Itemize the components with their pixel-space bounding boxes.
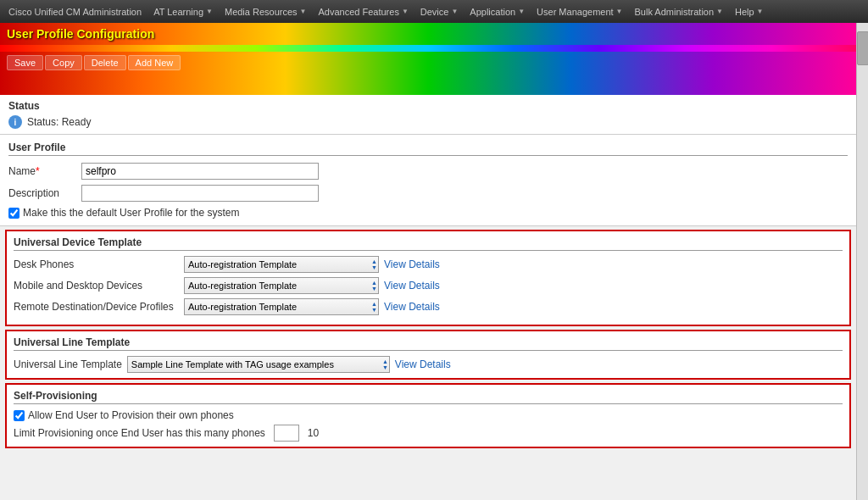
status-section: Status i Status: Ready (0, 95, 856, 135)
universal-line-template-section: Universal Line Template Universal Line T… (5, 330, 851, 380)
tab-addnew[interactable]: Add New (128, 55, 181, 70)
user-profile-section: User Profile Name* Description Make this… (0, 135, 856, 226)
line-template-label: Universal Line Template (14, 358, 122, 370)
udt-header: Universal Device Template (14, 236, 843, 251)
selfprov-header: Self-Provisioning (14, 390, 843, 404)
nav-label-help: Help (735, 7, 754, 17)
mobile-desktop-label: Mobile and Desktop Devices (14, 280, 179, 292)
nav-item-cisco[interactable]: Cisco Unified CM Administration (3, 4, 147, 19)
desk-phones-view-details[interactable]: View Details (384, 258, 440, 270)
nav-label-atlearning: AT Learning (153, 7, 203, 17)
status-row: i Status: Ready (8, 115, 848, 129)
color-bar (0, 45, 856, 52)
user-profile-header: User Profile (8, 142, 848, 156)
limit-input[interactable] (274, 425, 299, 442)
default-profile-checkbox[interactable] (8, 208, 19, 219)
chevron-down-icon: ▼ (757, 8, 764, 15)
mobile-desktop-select-wrapper: Auto-registration Template ▲ ▼ (184, 277, 379, 294)
header-tabs: Save Copy Delete Add New (0, 52, 856, 74)
limit-value: 10 (308, 427, 319, 439)
nav-item-usermgmt[interactable]: User Management ▼ (531, 4, 627, 19)
nav-label-usermgmt: User Management (537, 7, 614, 17)
chevron-down-icon: ▼ (716, 8, 723, 15)
tab-copy[interactable]: Copy (45, 55, 82, 70)
allow-provision-row: Allow End User to Provision their own ph… (14, 409, 843, 421)
ult-header: Universal Line Template (14, 336, 843, 351)
ult-content: Universal Line Template Universal Line T… (7, 331, 849, 378)
description-label: Description (8, 187, 76, 199)
header-area: User Profile Configuration Save Copy Del… (0, 23, 856, 95)
limit-label: Limit Provisioning once End User has thi… (14, 427, 265, 439)
selfprov-content: Self-Provisioning Allow End User to Prov… (7, 385, 849, 447)
nav-label-bulkadmin: Bulk Administration (635, 7, 715, 17)
allow-provision-checkbox[interactable] (14, 410, 25, 421)
scrollbar[interactable] (856, 23, 868, 500)
allow-provision-label: Allow End User to Provision their own ph… (28, 409, 234, 421)
nav-item-help[interactable]: Help ▼ (730, 4, 769, 19)
mobile-desktop-row: Mobile and Desktop Devices Auto-registra… (14, 277, 843, 294)
required-marker: * (36, 165, 40, 177)
tab-delete[interactable]: Delete (84, 55, 126, 70)
description-row: Description (8, 185, 848, 202)
remote-dest-select[interactable]: Auto-registration Template (184, 298, 379, 315)
nav-item-media[interactable]: Media Resources ▼ (220, 4, 312, 19)
udt-content: Universal Device Template Desk Phones Au… (7, 231, 849, 325)
nav-label-advanced: Advanced Features (318, 7, 398, 17)
nav-label-device: Device (420, 7, 449, 17)
chevron-down-icon: ▼ (518, 8, 525, 15)
chevron-down-icon: ▼ (451, 8, 458, 15)
desk-phones-row: Desk Phones Auto-registration Template ▲… (14, 256, 843, 273)
self-provisioning-section: Self-Provisioning Allow End User to Prov… (5, 383, 851, 448)
nav-item-device[interactable]: Device ▼ (415, 4, 464, 19)
status-section-title: Status (8, 100, 848, 112)
description-input[interactable] (81, 185, 319, 202)
universal-device-template-section: Universal Device Template Desk Phones Au… (5, 230, 851, 326)
default-profile-row: Make this the default User Profile for t… (8, 207, 848, 219)
page-title: User Profile Configuration (0, 23, 856, 45)
nav-item-bulkadmin[interactable]: Bulk Administration ▼ (630, 4, 728, 19)
nav-label-application: Application (470, 7, 515, 17)
line-template-select[interactable]: Sample Line Template with TAG usage exam… (127, 356, 390, 373)
mobile-desktop-select[interactable]: Auto-registration Template (184, 277, 379, 294)
desk-phones-select[interactable]: Auto-registration Template (184, 256, 379, 273)
mobile-desktop-view-details[interactable]: View Details (384, 280, 440, 292)
line-template-row: Universal Line Template Sample Line Temp… (14, 356, 843, 373)
name-input[interactable] (81, 163, 319, 180)
name-row: Name* (8, 163, 848, 180)
desk-phones-select-wrapper: Auto-registration Template ▲ ▼ (184, 256, 379, 273)
scroll-thumb[interactable] (857, 31, 868, 65)
nav-label-media: Media Resources (225, 7, 298, 17)
name-label: Name* (8, 165, 76, 177)
nav-label-cisco: Cisco Unified CM Administration (8, 7, 142, 17)
nav-item-atlearning[interactable]: AT Learning ▼ (148, 4, 218, 19)
chevron-down-icon: ▼ (616, 8, 623, 15)
line-template-select-wrapper: Sample Line Template with TAG usage exam… (127, 356, 390, 373)
desk-phones-label: Desk Phones (14, 258, 179, 270)
navbar: Cisco Unified CM Administration AT Learn… (0, 0, 868, 23)
remote-dest-select-wrapper: Auto-registration Template ▲ ▼ (184, 298, 379, 315)
tab-save[interactable]: Save (7, 55, 43, 70)
remote-dest-row: Remote Destination/Device Profiles Auto-… (14, 298, 843, 315)
chevron-down-icon: ▼ (206, 8, 213, 15)
chevron-down-icon: ▼ (402, 8, 409, 15)
line-template-view-details[interactable]: View Details (395, 358, 451, 370)
nav-item-advanced[interactable]: Advanced Features ▼ (313, 4, 413, 19)
default-profile-label: Make this the default User Profile for t… (23, 207, 239, 219)
info-icon: i (8, 115, 22, 129)
limit-provisioning-row: Limit Provisioning once End User has thi… (14, 425, 843, 442)
remote-dest-label: Remote Destination/Device Profiles (14, 301, 179, 313)
status-text: Status: Ready (27, 116, 91, 128)
chevron-down-icon: ▼ (300, 8, 307, 15)
nav-item-application[interactable]: Application ▼ (465, 4, 530, 19)
remote-dest-view-details[interactable]: View Details (384, 301, 440, 313)
